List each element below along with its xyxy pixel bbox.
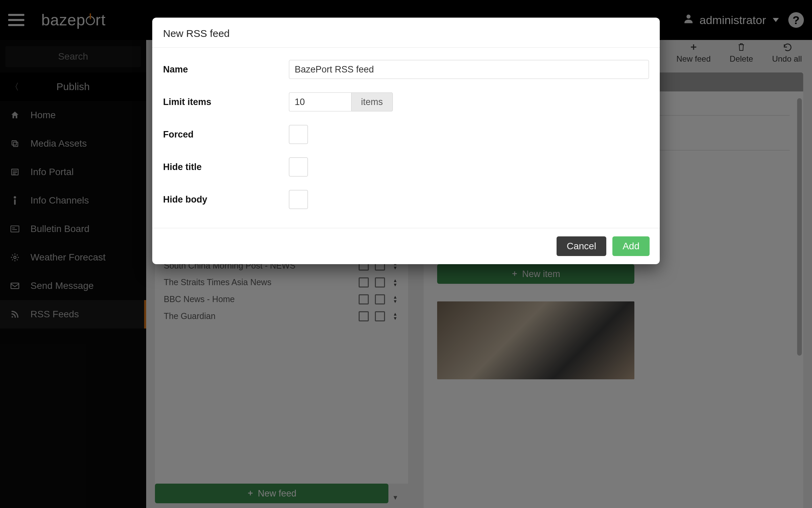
modal-forced-checkbox[interactable]: [289, 125, 308, 144]
modal-name-label: Name: [163, 64, 289, 75]
modal-limit-input[interactable]: [289, 92, 351, 111]
new-rss-feed-modal: New RSS feed Name Limit items items Forc…: [152, 18, 660, 264]
modal-title: New RSS feed: [152, 18, 660, 48]
add-button[interactable]: Add: [612, 236, 650, 256]
modal-hide-title-checkbox[interactable]: [289, 157, 308, 176]
cancel-button[interactable]: Cancel: [557, 236, 606, 256]
modal-hide-body-checkbox[interactable]: [289, 190, 308, 209]
modal-hide-body-label: Hide body: [163, 194, 289, 205]
modal-limit-unit: items: [351, 92, 393, 111]
modal-forced-label: Forced: [163, 129, 289, 140]
modal-limit-label: Limit items: [163, 97, 289, 107]
modal-hide-title-label: Hide title: [163, 162, 289, 172]
modal-name-input[interactable]: [289, 60, 649, 79]
